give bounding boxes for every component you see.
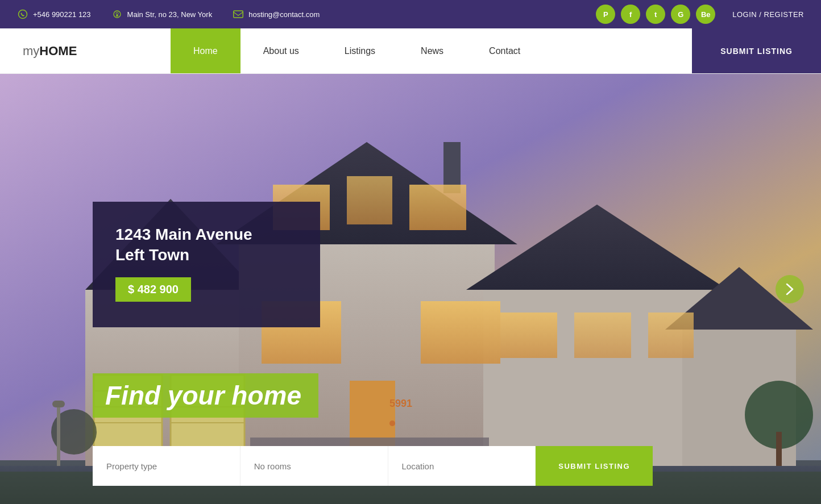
property-card: 1243 Main Avenue Left Town $ 482 900 — [93, 202, 320, 327]
phone-number: +546 990221 123 — [33, 10, 91, 19]
social-behance[interactable]: Be — [696, 5, 715, 24]
nav-news[interactable]: News — [398, 28, 466, 73]
social-pinterest[interactable]: P — [596, 5, 615, 24]
address-item: Main Str, no 23, New York — [111, 9, 213, 20]
social-twitter[interactable]: t — [646, 5, 665, 24]
svg-text:5991: 5991 — [389, 398, 412, 409]
svg-point-32 — [389, 420, 395, 426]
find-home-banner: Find your home — [93, 373, 318, 418]
property-address: 1243 Main Avenue Left Town — [115, 224, 292, 266]
logo-home: HOME — [39, 44, 77, 59]
location-input[interactable] — [388, 446, 536, 486]
location-icon — [111, 9, 123, 20]
email-text: hosting@contact.com — [248, 10, 320, 19]
search-bar: SUBMIT LISTING — [93, 446, 653, 486]
svg-point-1 — [114, 11, 121, 18]
top-bar-right: P f t G Be LOGIN / REGISTER — [596, 5, 804, 24]
svg-rect-27 — [347, 176, 392, 224]
hero-next-arrow[interactable] — [776, 275, 804, 303]
no-rooms-input[interactable] — [241, 446, 388, 486]
email-item[interactable]: hosting@contact.com — [233, 9, 320, 20]
svg-rect-34 — [574, 313, 631, 358]
svg-point-0 — [19, 10, 27, 19]
svg-rect-38 — [776, 432, 782, 466]
property-address-line2: Left Town — [115, 246, 189, 264]
submit-listing-nav-button[interactable]: SUBMIT LISTING — [692, 28, 821, 73]
find-home-text: Find your home — [105, 381, 301, 410]
social-google[interactable]: G — [671, 5, 690, 24]
svg-rect-33 — [500, 313, 557, 358]
top-bar-left: +546 990221 123 Main Str, no 23, New Yor… — [17, 9, 320, 20]
nav-about[interactable]: About us — [241, 28, 322, 73]
address-text: Main Str, no 23, New York — [127, 10, 213, 19]
svg-rect-28 — [409, 185, 466, 230]
nav-links: Home About us Listings News Contact — [171, 28, 692, 73]
svg-rect-30 — [421, 301, 500, 364]
hero-section: 5991 1243 Main Avenue Left Town $ 482 90… — [0, 74, 821, 504]
property-address-line1: 1243 Main Avenue — [115, 226, 252, 243]
phone-item[interactable]: +546 990221 123 — [17, 9, 91, 20]
svg-point-2 — [116, 13, 118, 15]
svg-rect-42 — [57, 403, 60, 466]
logo-my: my — [23, 44, 39, 59]
nav-home[interactable]: Home — [171, 28, 241, 73]
nav-contact[interactable]: Contact — [466, 28, 543, 73]
top-bar: +546 990221 123 Main Str, no 23, New Yor… — [0, 0, 821, 28]
search-submit-button[interactable]: SUBMIT LISTING — [536, 446, 653, 486]
login-register-link[interactable]: LOGIN / REGISTER — [732, 10, 804, 19]
svg-rect-35 — [648, 313, 694, 358]
property-price[interactable]: $ 482 900 — [115, 277, 191, 302]
social-facebook[interactable]: f — [621, 5, 640, 24]
logo[interactable]: myHOME — [0, 28, 171, 73]
svg-rect-3 — [234, 11, 243, 18]
phone-icon — [17, 9, 28, 20]
navbar: myHOME Home About us Listings News Conta… — [0, 28, 821, 74]
svg-rect-43 — [52, 401, 65, 407]
email-icon — [233, 9, 244, 20]
property-type-input[interactable] — [93, 446, 241, 486]
nav-listings[interactable]: Listings — [322, 28, 398, 73]
